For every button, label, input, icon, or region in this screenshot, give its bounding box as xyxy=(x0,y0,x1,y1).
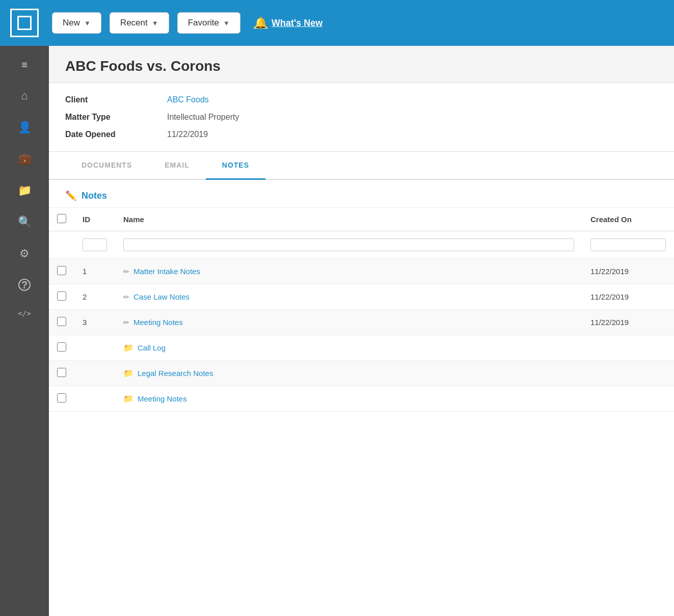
row-name-link-4[interactable]: 📁Legal Research Notes xyxy=(123,368,574,378)
row-name-3: 📁Call Log xyxy=(115,335,582,361)
content-area: ABC Foods vs. Corons Client ABC Foods Ma… xyxy=(49,46,674,616)
sidebar-item-home[interactable]: ⌂ xyxy=(0,81,49,111)
pencil-icon: ✏ xyxy=(123,267,129,276)
row-checkbox-2[interactable] xyxy=(57,317,66,326)
gear-icon: ⚙ xyxy=(19,247,30,260)
table-row: 📁Legal Research Notes xyxy=(49,361,674,386)
row-id-1: 2 xyxy=(74,284,115,310)
row-checkbox-0[interactable] xyxy=(57,266,66,275)
row-checkbox-cell xyxy=(49,259,74,284)
header-created-on: Created On xyxy=(582,208,674,231)
folder-icon: 📁 xyxy=(123,343,133,353)
notes-table: ID Name Created On xyxy=(49,208,674,412)
row-name-5: 📁Meeting Notes xyxy=(115,386,582,412)
tab-documents[interactable]: DOCUMENTS xyxy=(65,152,148,180)
client-row: Client ABC Foods xyxy=(65,95,658,104)
row-created-5 xyxy=(582,386,674,412)
row-created-2: 11/22/2019 xyxy=(582,310,674,335)
row-name-link-5[interactable]: 📁Meeting Notes xyxy=(123,394,574,404)
row-id-4 xyxy=(74,361,115,386)
page-header: ABC Foods vs. Corons xyxy=(49,46,674,83)
filter-created-cell xyxy=(582,231,674,259)
row-id-2: 3 xyxy=(74,310,115,335)
row-name-4: 📁Legal Research Notes xyxy=(115,361,582,386)
table-row: 2✏Case Law Notes11/22/2019 xyxy=(49,284,674,310)
folder-icon: 📁 xyxy=(123,394,133,404)
row-name-1: ✏Case Law Notes xyxy=(115,284,582,310)
filter-name-input[interactable] xyxy=(123,238,574,251)
recent-label: Recent xyxy=(120,18,148,28)
row-checkbox-1[interactable] xyxy=(57,291,66,301)
row-checkbox-3[interactable] xyxy=(57,342,66,352)
new-button[interactable]: New ▼ xyxy=(52,12,101,34)
edit-icon[interactable]: ✏️ xyxy=(65,190,76,201)
logo-inner xyxy=(17,16,32,30)
row-id-3 xyxy=(74,335,115,361)
folder-icon: 📁 xyxy=(18,184,32,197)
tab-notes[interactable]: NOTES xyxy=(206,152,265,180)
sidebar-item-help[interactable]: ? xyxy=(0,271,49,299)
row-id-0: 1 xyxy=(74,259,115,284)
new-chevron-icon: ▼ xyxy=(84,19,91,27)
row-checkbox-4[interactable] xyxy=(57,368,66,377)
sidebar-item-menu[interactable]: ≡ xyxy=(0,51,49,79)
filter-id-input[interactable] xyxy=(83,238,107,251)
header-name: Name xyxy=(115,208,582,231)
pencil-icon: ✏ xyxy=(123,293,129,301)
help-icon: ? xyxy=(18,279,31,291)
row-name-link-3[interactable]: 📁Call Log xyxy=(123,343,574,353)
header-checkbox-col xyxy=(49,208,74,231)
filter-checkbox-cell xyxy=(49,231,74,259)
notes-title: Notes xyxy=(82,191,107,201)
date-opened-value: 11/22/2019 xyxy=(167,130,208,139)
table-row: 1✏Matter Intake Notes11/22/2019 xyxy=(49,259,674,284)
client-label: Client xyxy=(65,95,167,104)
client-value[interactable]: ABC Foods xyxy=(167,95,209,104)
matter-type-label: Matter Type xyxy=(65,113,167,122)
recent-chevron-icon: ▼ xyxy=(152,19,158,27)
row-checkbox-5[interactable] xyxy=(57,393,66,403)
tab-email[interactable]: EMAIL xyxy=(148,152,206,180)
date-opened-row: Date Opened 11/22/2019 xyxy=(65,130,658,139)
sidebar-item-contacts[interactable]: 👤 xyxy=(0,113,49,142)
sidebar-item-developer[interactable]: </> xyxy=(0,301,49,326)
row-name-link-0[interactable]: ✏Matter Intake Notes xyxy=(123,267,574,276)
hamburger-icon: ≡ xyxy=(21,59,28,71)
matter-details: Client ABC Foods Matter Type Intellectua… xyxy=(49,83,674,152)
row-name-2: ✏Meeting Notes xyxy=(115,310,582,335)
favorite-label: Favorite xyxy=(188,18,219,28)
sidebar-item-documents[interactable]: 📁 xyxy=(0,176,49,205)
notes-header: ✏️ Notes xyxy=(49,180,674,208)
notes-table-body: 1✏Matter Intake Notes11/22/20192✏Case La… xyxy=(49,259,674,412)
row-created-3 xyxy=(582,335,674,361)
sidebar-item-settings[interactable]: ⚙ xyxy=(0,239,49,269)
logo xyxy=(10,9,39,37)
bell-icon: 🔔 xyxy=(254,16,267,30)
row-checkbox-cell xyxy=(49,310,74,335)
whats-new-link[interactable]: 🔔 What's New xyxy=(254,16,322,30)
home-icon: ⌂ xyxy=(21,89,28,102)
matter-type-row: Matter Type Intellectual Property xyxy=(65,113,658,122)
recent-button[interactable]: Recent ▼ xyxy=(110,12,169,34)
row-name-link-1[interactable]: ✏Case Law Notes xyxy=(123,292,574,301)
table-header-row: ID Name Created On xyxy=(49,208,674,231)
table-row: 3✏Meeting Notes11/22/2019 xyxy=(49,310,674,335)
sidebar-item-search[interactable]: 🔍 xyxy=(0,207,49,237)
row-checkbox-cell xyxy=(49,386,74,412)
select-all-checkbox[interactable] xyxy=(57,214,66,223)
row-created-4 xyxy=(582,361,674,386)
search-icon: 🔍 xyxy=(18,216,32,229)
row-id-5 xyxy=(74,386,115,412)
pencil-icon: ✏ xyxy=(123,318,129,327)
briefcase-icon: 💼 xyxy=(18,152,32,166)
row-name-link-2[interactable]: ✏Meeting Notes xyxy=(123,318,574,327)
filter-name-cell xyxy=(115,231,582,259)
sidebar-item-cases[interactable]: 💼 xyxy=(0,144,49,174)
filter-id-cell xyxy=(74,231,115,259)
new-label: New xyxy=(63,18,80,28)
sidebar: ≡ ⌂ 👤 💼 📁 🔍 ⚙ ? </> xyxy=(0,46,49,616)
header-id: ID xyxy=(74,208,115,231)
row-created-1: 11/22/2019 xyxy=(582,284,674,310)
filter-created-input[interactable] xyxy=(590,238,666,251)
favorite-button[interactable]: Favorite ▼ xyxy=(177,12,240,34)
